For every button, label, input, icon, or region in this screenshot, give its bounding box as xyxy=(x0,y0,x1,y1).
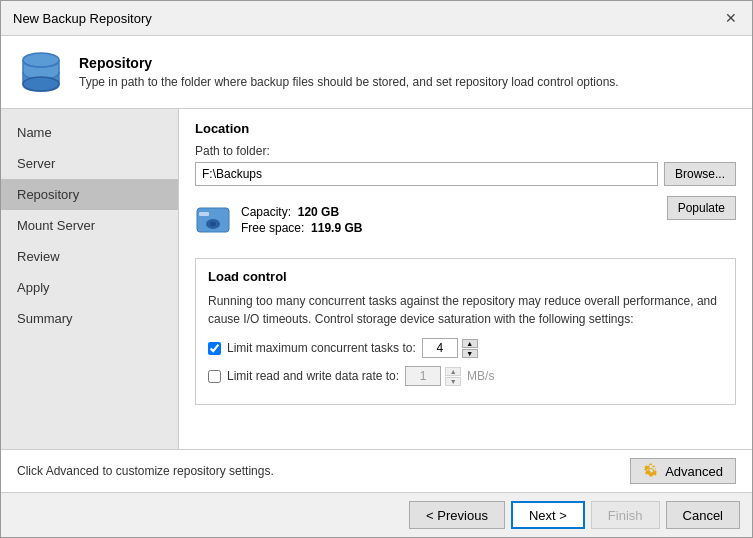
concurrent-tasks-input[interactable] xyxy=(422,338,458,358)
concurrent-tasks-up-button[interactable]: ▲ xyxy=(462,339,478,348)
disk-drive-icon xyxy=(195,202,231,238)
rw-rate-checkbox[interactable] xyxy=(208,370,221,383)
previous-button[interactable]: < Previous xyxy=(409,501,505,529)
header-description: Type in path to the folder where backup … xyxy=(79,75,619,89)
sidebar-item-summary[interactable]: Summary xyxy=(1,303,178,334)
concurrent-tasks-down-button[interactable]: ▼ xyxy=(462,349,478,358)
bottom-bar: Click Advanced to customize repository s… xyxy=(1,449,752,537)
rw-rate-input[interactable] xyxy=(405,366,441,386)
rw-rate-unit: MB/s xyxy=(467,369,494,383)
sidebar-item-review[interactable]: Review xyxy=(1,241,178,272)
browse-button[interactable]: Browse... xyxy=(664,162,736,186)
path-input[interactable] xyxy=(195,162,658,186)
concurrent-tasks-checkbox[interactable] xyxy=(208,342,221,355)
svg-point-4 xyxy=(210,222,216,226)
dialog-title: New Backup Repository xyxy=(13,11,152,26)
close-button[interactable]: ✕ xyxy=(722,9,740,27)
concurrent-tasks-row: Limit maximum concurrent tasks to: ▲ ▼ xyxy=(208,338,723,358)
header-title: Repository xyxy=(79,55,619,71)
advanced-row: Click Advanced to customize repository s… xyxy=(1,450,752,493)
dialog-body: Name Server Repository Mount Server Revi… xyxy=(1,109,752,449)
concurrent-tasks-label: Limit maximum concurrent tasks to: xyxy=(227,341,416,355)
path-label: Path to folder: xyxy=(195,144,736,158)
main-content: Location Path to folder: Browse... xyxy=(179,109,752,449)
next-button[interactable]: Next > xyxy=(511,501,585,529)
header-text: Repository Type in path to the folder wh… xyxy=(79,55,619,89)
title-bar: New Backup Repository ✕ xyxy=(1,1,752,36)
sidebar: Name Server Repository Mount Server Revi… xyxy=(1,109,179,449)
populate-button[interactable]: Populate xyxy=(667,196,736,220)
rw-rate-down-button[interactable]: ▼ xyxy=(445,377,461,386)
advanced-hint-text: Click Advanced to customize repository s… xyxy=(17,464,274,478)
rw-rate-row: Limit read and write data rate to: ▲ ▼ M… xyxy=(208,366,723,386)
nav-buttons: < Previous Next > Finish Cancel xyxy=(1,493,752,537)
sidebar-item-server[interactable]: Server xyxy=(1,148,178,179)
finish-button[interactable]: Finish xyxy=(591,501,660,529)
path-row: Browse... xyxy=(195,162,736,186)
gear-icon xyxy=(643,463,659,479)
svg-rect-5 xyxy=(199,212,209,216)
location-section-title: Location xyxy=(195,121,736,136)
cancel-button[interactable]: Cancel xyxy=(666,501,740,529)
free-space-row: Free space: 119.9 GB xyxy=(241,221,362,235)
capacity-row: Capacity: 120 GB xyxy=(241,205,362,219)
concurrent-tasks-spinner-buttons: ▲ ▼ xyxy=(462,339,478,358)
disk-info: Capacity: 120 GB Free space: 119.9 GB xyxy=(195,196,657,244)
capacity-value: 120 GB xyxy=(298,205,339,219)
load-control-title: Load control xyxy=(208,269,723,284)
load-control-section: Load control Running too many concurrent… xyxy=(195,258,736,405)
load-control-description: Running too many concurrent tasks agains… xyxy=(208,292,723,328)
rw-rate-spinner-buttons: ▲ ▼ xyxy=(445,367,461,386)
sidebar-item-name[interactable]: Name xyxy=(1,117,178,148)
svg-point-1 xyxy=(23,77,59,91)
concurrent-tasks-spinner: ▲ ▼ xyxy=(422,338,478,358)
rw-rate-label: Limit read and write data rate to: xyxy=(227,369,399,383)
disk-details: Capacity: 120 GB Free space: 119.9 GB xyxy=(241,205,362,235)
advanced-button[interactable]: Advanced xyxy=(630,458,736,484)
database-icon xyxy=(17,48,65,96)
new-backup-repository-dialog: New Backup Repository ✕ Repository Type … xyxy=(0,0,753,538)
sidebar-item-repository[interactable]: Repository xyxy=(1,179,178,210)
free-space-value: 119.9 GB xyxy=(311,221,362,235)
sidebar-item-mount-server[interactable]: Mount Server xyxy=(1,210,178,241)
rw-rate-spinner: ▲ ▼ xyxy=(405,366,461,386)
advanced-button-label: Advanced xyxy=(665,464,723,479)
rw-rate-up-button[interactable]: ▲ xyxy=(445,367,461,376)
header-area: Repository Type in path to the folder wh… xyxy=(1,36,752,109)
sidebar-item-apply[interactable]: Apply xyxy=(1,272,178,303)
